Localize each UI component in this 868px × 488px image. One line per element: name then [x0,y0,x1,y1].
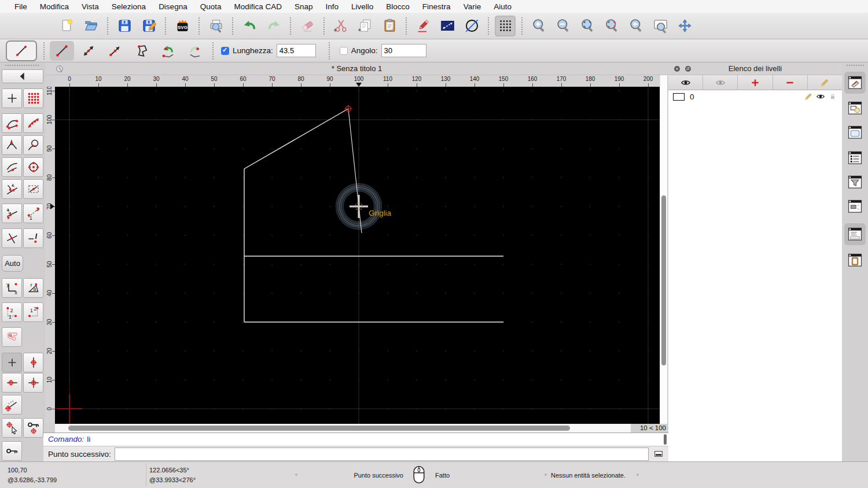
add-layer-button[interactable] [738,75,773,90]
auto-snap-button[interactable]: Auto [2,255,23,272]
draft-mode-button[interactable] [461,16,482,36]
lock-relative-zero-button[interactable] [23,418,43,438]
angle-input[interactable] [381,44,426,57]
layer-lock-icon[interactable] [828,92,837,101]
save-button[interactable] [114,16,135,36]
ortho-horizontal-first-button[interactable]: 12 [23,302,43,322]
snap-endpoint-button[interactable] [2,113,22,133]
toolbar-grip[interactable] [847,65,864,66]
segment-undo-button[interactable] [156,41,181,61]
dock-library-browser-button[interactable] [844,121,866,143]
angle-checkbox[interactable] [340,47,348,55]
float-icon[interactable] [684,65,692,73]
restrict-horizontal-button[interactable] [2,373,22,393]
menu-snap[interactable]: Snap [288,2,319,11]
current-tool-indicator[interactable] [6,40,37,61]
dock-view-projection-button[interactable] [844,195,866,217]
snap-on-entity-button[interactable] [23,113,43,133]
horizontal-scroll-thumb[interactable] [68,426,570,431]
set-relative-zero-button[interactable] [2,418,22,438]
line-2p-button[interactable] [50,41,74,61]
layer-color-swatch[interactable] [673,93,685,101]
save-as-button[interactable] [138,16,159,36]
snap-distance-button[interactable] [2,157,22,177]
zoom-in-button[interactable] [528,16,549,36]
keyboard-toggle-button[interactable] [652,449,665,459]
menu-file[interactable]: File [8,2,34,11]
zoom-previous-button[interactable] [626,16,646,36]
restrict-vertical-button[interactable] [23,353,43,372]
zoom-out-button[interactable] [553,16,573,36]
snap-tangent-button[interactable] [23,135,43,155]
drawing-canvas[interactable]: Griglia [55,87,660,424]
toolbar-grip[interactable] [5,65,39,66]
history-scroll-thumb[interactable] [664,434,667,445]
snap-intersection-button[interactable] [2,228,22,248]
restrict-orthogonal-button[interactable] [23,373,43,393]
edit-pen-button[interactable] [413,16,433,36]
snap-override-button[interactable] [23,228,43,248]
redo-button[interactable] [263,16,284,36]
angle-gauge-button[interactable] [2,395,22,415]
menu-blocco[interactable]: Blocco [380,2,416,11]
menu-finestra[interactable]: Finestra [416,2,457,11]
menu-modifica-cad[interactable]: Modifica CAD [227,2,288,11]
measure-distance-button[interactable] [437,16,458,36]
menu-disegna[interactable]: Disegna [152,2,194,11]
copy-button[interactable] [355,16,376,36]
line-arrow-button[interactable] [103,41,127,61]
length-checkbox[interactable] [221,47,229,55]
grid-toggle-button[interactable] [495,16,516,36]
command-history[interactable]: Comando:li [43,432,668,446]
snap-intersection-manual-button[interactable] [23,179,43,199]
menu-seleziona[interactable]: Seleziona [105,2,152,11]
horizontal-scrollbar[interactable] [55,424,631,432]
menu-livello[interactable]: Livello [345,2,380,11]
zoom-auto-button[interactable] [577,16,598,36]
coordinate-cartesian-button[interactable]: yx [2,278,22,298]
dock-entity-filter-button[interactable] [844,171,866,193]
dock-clipboard-button[interactable] [844,249,866,271]
remove-layer-button[interactable] [773,75,808,90]
line-angle-button[interactable] [76,41,101,61]
length-input[interactable] [277,44,316,57]
snap-free-button[interactable] [2,88,22,108]
snap-center-button[interactable] [23,157,43,177]
edit-layer-button[interactable] [808,75,842,90]
export-svg-button[interactable]: SVG [172,16,193,36]
collapse-panel-button[interactable] [2,69,43,83]
relative-zero-button[interactable] [2,441,22,461]
show-all-layers-button[interactable] [668,75,703,90]
restrict-sequence-button[interactable]: 12 [23,204,43,223]
edit-layer-icon[interactable] [804,92,813,101]
open-file-button[interactable] [80,16,101,36]
restrict-nothing-button[interactable] [2,353,22,372]
dock-layer-list-button[interactable] [844,72,866,94]
dock-entity-list-button[interactable] [844,147,866,169]
zoom-pan-button[interactable] [674,16,695,36]
layer-row[interactable]: 0 [668,90,842,103]
snap-perpendicular-button[interactable] [2,135,22,155]
snap-grid-button[interactable] [23,88,43,108]
close-icon[interactable] [673,65,681,73]
new-file-button[interactable] [56,16,77,36]
command-input[interactable] [115,448,649,461]
zoom-selected-button[interactable] [601,16,622,36]
paste-button[interactable] [379,16,400,36]
undo-button[interactable] [239,16,260,36]
selection-region-button[interactable] [2,327,22,347]
polyline-button[interactable] [130,41,154,61]
vertical-scrollbar[interactable] [660,75,667,424]
menu-quota[interactable]: Quota [194,2,228,11]
dock-block-list-button[interactable] [844,97,866,119]
hide-all-layers-button[interactable] [703,75,738,90]
restrict-directions-button[interactable] [2,204,22,223]
menu-varie[interactable]: Varie [457,2,488,11]
eraser-button[interactable] [297,16,318,36]
menu-info[interactable]: Info [319,2,345,11]
print-preview-button[interactable] [205,16,226,36]
coordinate-polar-button[interactable]: ra [23,278,43,298]
layer-visible-icon[interactable] [816,92,825,101]
vertical-scroll-thumb[interactable] [661,195,666,365]
ortho-vertical-first-button[interactable]: 21 [2,302,22,322]
